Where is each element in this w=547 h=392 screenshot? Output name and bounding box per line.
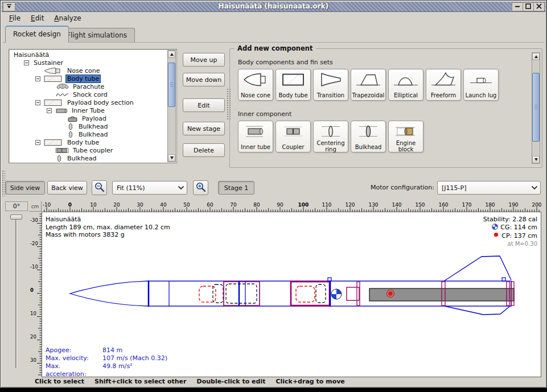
add-freeform-button[interactable]: Freeform [426,69,461,101]
tree-item-sustainer[interactable]: Sustainer [10,59,167,67]
menu-analyze[interactable]: Analyze [49,12,86,25]
scroll-up-button[interactable] [168,51,175,58]
scroll-down-button[interactable] [168,154,175,162]
tree-item-label[interactable]: Payload [81,115,108,122]
scrollbar-track[interactable] [532,60,540,156]
bulkhead-icon [67,123,76,130]
tree-expander-icon[interactable] [35,140,44,145]
tree-item-label[interactable]: Body tube [66,75,100,82]
payload-icon [67,115,79,122]
component-button-label: Coupler [282,141,305,152]
component-tree[interactable]: HaisunäätäSustainerNose coneBody tubePar… [9,49,177,163]
tree-expander-icon[interactable] [35,100,44,105]
maximize-button[interactable] [523,2,534,11]
body-tube-icon [44,75,64,82]
delete-button[interactable]: Delete [183,143,225,157]
tree-expander-icon[interactable] [35,76,44,81]
add-transition-button[interactable]: Transition [313,69,348,101]
tab-flight-simulations[interactable]: Flight simulations [59,28,135,43]
component-scrollbar[interactable] [532,52,540,164]
body-tube-icon [279,71,307,89]
minimize-icon [515,3,520,11]
tree-item-label[interactable]: Parachute [72,83,105,90]
menu-bar: FileEditAnalyze [2,12,545,25]
menu-file[interactable]: File [4,12,26,25]
body-tube-icon [44,99,64,106]
tree-item-haisun-t[interactable]: Haisunäätä [10,51,167,59]
nose-cone-icon [44,67,64,75]
tree-item-label[interactable]: Inner Tube [71,107,106,114]
add-trapezoidal-button[interactable]: Trapezoidal [351,69,386,101]
new-stage-button[interactable]: New stage [183,122,225,135]
add-inner-tube-button[interactable]: Inner tube [238,121,273,152]
component-button-label: Elliptical [394,89,418,100]
title-bar[interactable]: Haisunäätä (haisunaata.ork) [2,2,545,12]
tree-item-tube-coupler[interactable]: Tube coupler [10,146,167,154]
scrollbar-thumb[interactable] [532,73,540,142]
tree-item-bulkhead[interactable]: Bulkhead [10,154,167,162]
close-icon [536,3,542,11]
add-elliptical-button[interactable]: Elliptical [388,69,423,101]
tree-item-bulkhead[interactable]: Bulkhead [10,130,167,138]
add-coupler-button[interactable]: Coupler [275,121,311,152]
add-body-tube-button[interactable]: Body tube [275,69,311,101]
scrollbar-thumb[interactable] [168,63,175,107]
tree-item-label[interactable]: Tube coupler [72,147,114,154]
tree-item-nose-cone[interactable]: Nose cone [10,67,167,75]
add-component-group: Add new component Body components and fi… [229,48,542,168]
centering-ring-icon [317,122,344,141]
move-down-button[interactable]: Move down [183,73,225,86]
tree-item-label[interactable]: Bulkhead [77,123,109,130]
tree-item-label[interactable]: Nose cone [66,67,101,75]
tree-item-label[interactable]: Haisunäätä [13,51,50,59]
tree-item-label[interactable]: Body tube [66,139,100,146]
add-launch-lug-button[interactable]: Launch lug [463,69,499,101]
tree-item-body-tube[interactable]: Body tube [10,75,167,82]
tree-item-bulkhead[interactable]: Bulkhead [10,122,167,130]
component-group-label: Inner component [238,110,542,118]
tree-item-inner-tube[interactable]: Inner Tube [10,106,167,114]
edit-button[interactable]: Edit [183,98,225,112]
shock-cord-icon [55,91,70,98]
tree-item-label[interactable]: Bulkhead [77,131,109,138]
scroll-up-button[interactable] [532,53,540,60]
tree-item-payload-body-section[interactable]: Payload body section [10,98,167,106]
tree-scrollbar[interactable] [167,50,176,162]
group-title: Add new component [235,44,316,52]
tree-item-shock-cord[interactable]: Shock cord [10,90,167,98]
component-button-label: Body tube [278,89,307,100]
tree-expander-icon[interactable] [24,60,32,65]
component-button-label: Bulkhead [355,141,382,152]
tree-item-parachute[interactable]: Parachute [10,82,167,90]
component-button-label: Freeform [431,89,456,100]
menu-edit[interactable]: Edit [26,12,49,25]
window-title: Haisunäätä (haisunaata.ork) [2,2,545,12]
tree-item-label[interactable]: Sustainer [32,59,64,67]
tab-rocket-design[interactable]: Rocket design [5,26,69,43]
add-nose-cone-button[interactable]: Nose cone [238,69,273,101]
close-button[interactable] [533,2,545,11]
scroll-down-button[interactable] [532,156,540,163]
tree-item-payload[interactable]: Payload [10,114,167,122]
arrow-down-icon [534,158,538,161]
tree-item-body-tube[interactable]: Body tube [10,138,167,146]
tree-expander-icon[interactable] [47,108,55,113]
add-bulkhead-button[interactable]: Bulkhead [351,121,386,152]
tree-item-label[interactable]: Payload body section [66,99,135,106]
add-engine-block-button[interactable]: Engine block [388,121,423,152]
engine-block-icon [392,122,419,141]
tree-item-label[interactable]: Shock cord [72,91,109,98]
move-up-button[interactable]: Move up [183,53,225,67]
scrollbar-track[interactable] [168,58,175,154]
body-tube-icon [44,139,64,146]
tree-item-label[interactable]: Bulkhead [66,155,97,162]
launch-lug-icon [467,71,495,89]
maximize-icon [525,3,531,11]
component-button-label: Launch lug [466,89,497,100]
minimize-button[interactable] [512,2,523,11]
add-centering-ring-button[interactable]: Centering ring [313,121,348,152]
app-window: Haisunäätä (haisunaata.ork) FileEditAnal… [0,0,547,388]
component-button-label: Trapezoidal [352,89,385,100]
transition-icon [317,71,344,89]
trapezoidal-icon [355,71,382,89]
